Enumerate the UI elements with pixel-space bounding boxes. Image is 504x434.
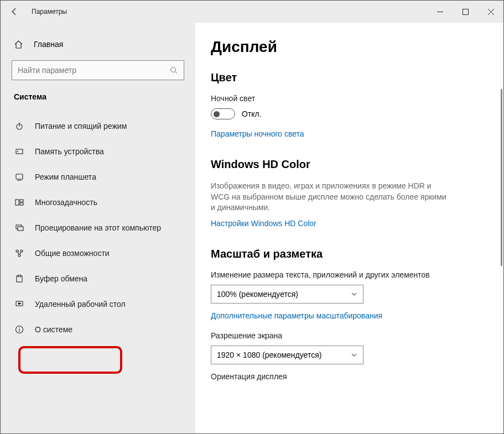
scrollbar[interactable] (501, 89, 502, 266)
night-light-label: Ночной свет (211, 94, 487, 103)
sidebar-item-shared[interactable]: Общие возможности (1, 240, 195, 266)
sidebar-item-power[interactable]: Питание и спящий режим (1, 113, 195, 139)
svg-point-17 (16, 250, 18, 252)
resolution-select[interactable]: 1920 × 1080 (рекомендуется) (211, 346, 363, 364)
nav-label: Питание и спящий режим (35, 122, 127, 130)
project-icon (14, 223, 25, 232)
sidebar-item-remote[interactable]: Удаленный рабочий стол (1, 291, 195, 317)
clipboard-icon (14, 274, 25, 283)
section-heading: Масштаб и разметка (211, 248, 487, 260)
svg-rect-1 (463, 9, 468, 14)
sidebar-section-label: Система (1, 88, 195, 104)
svg-point-24 (19, 327, 20, 328)
night-light-toggle[interactable] (211, 108, 235, 119)
sidebar-item-storage[interactable]: Память устройства (1, 139, 195, 164)
sidebar-item-home[interactable]: Главная (1, 33, 195, 56)
hdcolor-link[interactable]: Настройки Windows HD Color (211, 219, 487, 228)
annotation-highlight (18, 346, 122, 374)
multitask-icon (14, 198, 25, 207)
svg-rect-21 (18, 275, 21, 277)
maximize-button[interactable] (453, 1, 478, 23)
main-content: Дисплей Цвет Ночной свет Откл. Параметры… (195, 23, 503, 433)
nav-label: Буфер обмена (35, 274, 87, 283)
section-heading: Windows HD Color (211, 158, 487, 171)
nav-label: Общие возможности (35, 249, 110, 258)
storage-icon (14, 147, 25, 156)
section-color: Цвет Ночной свет Откл. Параметры ночного… (211, 71, 487, 138)
titlebar: Параметры (1, 1, 503, 23)
night-light-toggle-row: Откл. (211, 108, 487, 119)
section-heading: Цвет (211, 71, 487, 84)
minimize-button[interactable] (427, 1, 453, 23)
power-icon (14, 122, 25, 130)
svg-point-19 (18, 254, 20, 257)
scale-value: 100% (рекомендуется) (217, 290, 298, 299)
svg-point-9 (17, 151, 18, 152)
svg-rect-12 (15, 200, 19, 205)
search-input[interactable]: Найти параметр (12, 60, 184, 80)
sidebar-item-multitask[interactable]: Многозадачность (1, 190, 195, 215)
hdcolor-desc: Изображения в видео, играх и приложениях… (211, 181, 449, 213)
svg-line-5 (175, 71, 178, 74)
svg-point-4 (171, 67, 176, 72)
nav-label: Режим планшета (35, 172, 96, 181)
nav-label: Удаленный рабочий стол (35, 300, 126, 308)
scale-label: Изменение размера текста, приложений и д… (211, 270, 487, 279)
orientation-label: Ориентация дисплея (211, 372, 487, 381)
nav-label: О системе (35, 325, 72, 334)
svg-point-18 (20, 250, 23, 252)
tablet-icon (14, 172, 25, 181)
window-title: Параметры (28, 8, 67, 15)
body: Главная Найти параметр Система Питание и… (1, 23, 503, 433)
close-button[interactable] (478, 1, 503, 23)
sidebar-item-tablet[interactable]: Режим планшета (1, 164, 195, 190)
svg-rect-8 (16, 149, 23, 154)
search-placeholder: Найти параметр (18, 66, 76, 75)
chevron-down-icon (351, 352, 357, 358)
night-light-settings-link[interactable]: Параметры ночного света (211, 129, 487, 138)
back-button[interactable] (1, 1, 28, 23)
svg-rect-16 (18, 227, 23, 231)
svg-rect-14 (20, 203, 23, 205)
settings-window: Параметры Главная Найти параметр (0, 0, 504, 434)
scale-advanced-link[interactable]: Дополнительные параметры масштабирования (211, 311, 487, 320)
nav-label: Память устройства (35, 147, 104, 156)
sidebar-item-about[interactable]: О системе (1, 317, 195, 342)
sidebar: Главная Найти параметр Система Питание и… (1, 23, 195, 433)
shared-icon (14, 249, 25, 258)
section-hdcolor: Windows HD Color Изображения в видео, иг… (211, 158, 487, 228)
home-label: Главная (34, 40, 63, 49)
sidebar-item-projecting[interactable]: Проецирование на этот компьютер (1, 215, 195, 240)
remote-icon (14, 300, 25, 308)
scale-select[interactable]: 100% (рекомендуется) (211, 285, 363, 304)
sidebar-item-clipboard[interactable]: Буфер обмена (1, 266, 195, 291)
svg-rect-13 (20, 200, 23, 202)
resolution-label: Разрешение экрана (211, 331, 487, 340)
svg-rect-10 (16, 174, 23, 179)
page-title: Дисплей (211, 38, 487, 56)
section-scale: Масштаб и разметка Изменение размера тек… (211, 248, 487, 381)
home-icon (14, 40, 25, 49)
chevron-down-icon (351, 291, 357, 297)
search-icon (170, 66, 178, 75)
window-controls (427, 1, 503, 23)
nav-label: Проецирование на этот компьютер (35, 223, 161, 232)
info-icon (14, 325, 25, 334)
nav-label: Многозадачность (35, 198, 97, 207)
sidebar-nav: Питание и спящий режим Память устройства… (1, 113, 195, 342)
toggle-state: Откл. (242, 109, 262, 118)
resolution-value: 1920 × 1080 (рекомендуется) (217, 351, 321, 359)
